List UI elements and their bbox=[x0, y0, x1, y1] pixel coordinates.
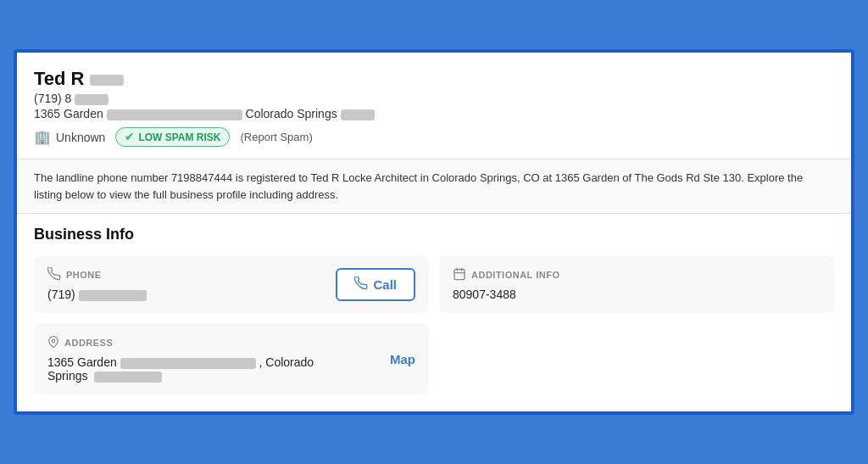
address-inner: ADDRESS 1365 Garden , Colorado Springs M… bbox=[47, 335, 415, 383]
address-card: ADDRESS 1365 Garden , Colorado Springs M… bbox=[34, 323, 429, 394]
address-redacted2 bbox=[341, 109, 375, 120]
calendar-icon bbox=[453, 267, 466, 282]
description-text: The landline phone number 7198847444 is … bbox=[34, 170, 834, 203]
phone-value: (719) bbox=[47, 288, 147, 301]
phone-redacted bbox=[75, 94, 108, 105]
address-city: Colorado Springs bbox=[246, 107, 337, 120]
additional-info-value: 80907-3488 bbox=[453, 288, 821, 301]
phone-left: PHONE (719) bbox=[47, 267, 147, 301]
phone-label: PHONE bbox=[47, 267, 147, 282]
additional-info-card: ADDITIONAL INFO 80907-3488 bbox=[439, 255, 834, 313]
map-link[interactable]: Map bbox=[390, 352, 415, 366]
address-value-line2: Springs bbox=[47, 369, 314, 383]
spam-badge: ✔ LOW SPAM RISK bbox=[115, 127, 230, 147]
business-info-title: Business Info bbox=[34, 226, 834, 243]
header-section: Ted R (719) 8 1365 Garden Colorado Sprin… bbox=[17, 53, 851, 159]
main-card: Ted R (719) 8 1365 Garden Colorado Sprin… bbox=[14, 49, 854, 415]
address-value-line1: 1365 Garden , Colorado bbox=[47, 355, 314, 369]
address-prefix: 1365 Garden bbox=[34, 107, 103, 120]
call-phone-icon bbox=[354, 277, 368, 293]
header-address: 1365 Garden Colorado Springs bbox=[34, 107, 834, 120]
spam-badge-label: LOW SPAM RISK bbox=[138, 131, 220, 143]
unknown-badge: 🏢 Unknown bbox=[34, 129, 105, 145]
address-redacted bbox=[107, 109, 242, 120]
address-line1-redacted bbox=[120, 358, 256, 369]
svg-point-4 bbox=[52, 339, 55, 343]
svg-rect-0 bbox=[454, 270, 465, 280]
call-button[interactable]: Call bbox=[336, 268, 415, 301]
additional-info-label: ADDITIONAL INFO bbox=[453, 267, 821, 282]
description-section: The landline phone number 7198847444 is … bbox=[17, 159, 851, 214]
phone-card: PHONE (719) Call bbox=[34, 255, 429, 313]
contact-name: Ted R bbox=[34, 68, 834, 90]
building-icon: 🏢 bbox=[34, 129, 51, 145]
address-left: ADDRESS 1365 Garden , Colorado Springs bbox=[47, 335, 314, 383]
address-label-row: ADDRESS bbox=[47, 335, 314, 350]
shield-icon: ✔ bbox=[125, 131, 134, 143]
phone-prefix: (719) 8 bbox=[34, 92, 71, 105]
call-button-label: Call bbox=[373, 277, 397, 292]
phone-row: PHONE (719) Call bbox=[47, 267, 415, 301]
info-grid: PHONE (719) Call bbox=[34, 255, 834, 394]
phone-value-redacted bbox=[79, 290, 147, 301]
address-line2-redacted bbox=[94, 372, 162, 383]
name-text: Ted R bbox=[34, 68, 84, 89]
phone-icon bbox=[47, 267, 61, 282]
unknown-label: Unknown bbox=[56, 131, 105, 144]
meta-row: 🏢 Unknown ✔ LOW SPAM RISK (Report Spam) bbox=[34, 127, 834, 147]
business-info-section: Business Info PHONE bbox=[17, 214, 851, 411]
location-icon bbox=[47, 335, 59, 350]
header-phone: (719) 8 bbox=[34, 92, 834, 105]
report-spam-link[interactable]: (Report Spam) bbox=[240, 131, 312, 143]
name-redacted bbox=[90, 75, 124, 86]
